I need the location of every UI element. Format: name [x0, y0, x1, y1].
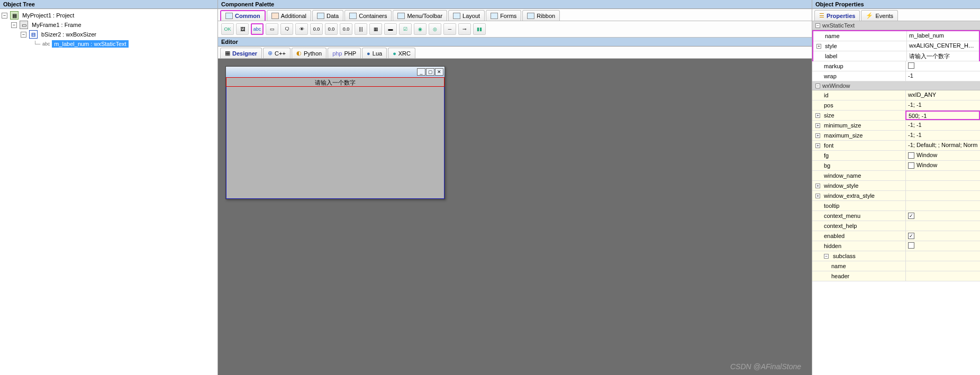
- prop-context-menu[interactable]: context_menu✓: [812, 211, 980, 221]
- sizer-outline: [226, 77, 444, 199]
- prop-enabled[interactable]: enabled✓: [812, 231, 980, 241]
- prop-id[interactable]: idwxID_ANY: [812, 90, 980, 100]
- prop-font[interactable]: +font-1; Default; ; Normal; Norm: [812, 141, 980, 151]
- tree-node-label[interactable]: └─ abc m_label_num : wxStaticText: [2, 39, 216, 49]
- prop-subclass[interactable]: −subclass: [812, 251, 980, 261]
- prop-window-name[interactable]: window_name: [812, 171, 980, 181]
- close-button[interactable]: ✕: [435, 68, 443, 76]
- tab-cpp[interactable]: ⊕C++: [263, 48, 291, 58]
- tab-php[interactable]: phpPHP: [328, 48, 361, 58]
- tab-additional[interactable]: Additional: [267, 10, 311, 21]
- tab-python[interactable]: ◐Python: [292, 48, 326, 58]
- checkbox-unchecked-icon[interactable]: [908, 62, 914, 69]
- tool-12[interactable]: ▬: [384, 23, 397, 35]
- tab-menu[interactable]: Menu/Toolbar: [393, 10, 447, 21]
- tool-16[interactable]: ─: [443, 23, 456, 35]
- expand-icon[interactable]: +: [815, 184, 820, 188]
- tool-6[interactable]: 👁: [295, 23, 308, 35]
- tab-events[interactable]: ⚡Events: [861, 10, 898, 21]
- tree-label-static: m_label_num : wxStaticText: [52, 40, 128, 48]
- prop-window-extra-style[interactable]: +window_extra_style: [812, 191, 980, 201]
- designer-canvas[interactable]: _ ▢ ✕ 请输入一个数字 CSDN @AFinalStone: [218, 59, 812, 375]
- editor-tabs: ▦Designer ⊕C++ ◐Python phpPHP ●Lua ●XRC: [218, 47, 812, 59]
- maximize-button[interactable]: ▢: [426, 68, 434, 76]
- frame-body[interactable]: 请输入一个数字: [226, 77, 444, 199]
- cpp-icon: ⊕: [268, 50, 273, 57]
- tool-9[interactable]: 0.0: [340, 23, 352, 35]
- tree-node-sizer[interactable]: − ⊟ bSizer2 : wxBoxSizer: [2, 30, 216, 39]
- prop-fg[interactable]: fgWindow: [812, 151, 980, 161]
- prop-style[interactable]: +stylewxALIGN_CENTER_HORIZO: [813, 41, 979, 51]
- prop-pos[interactable]: pos-1; -1: [812, 100, 980, 111]
- tool-static-text[interactable]: abc: [251, 23, 264, 35]
- tab-ribbon[interactable]: Ribbon: [522, 10, 560, 21]
- prop-markup[interactable]: markup: [812, 61, 980, 71]
- tool-10[interactable]: |||: [355, 23, 367, 35]
- tab-xrc[interactable]: ●XRC: [388, 48, 415, 58]
- tool-5[interactable]: 🗨: [280, 23, 293, 35]
- tab-containers[interactable]: Containers: [344, 10, 392, 21]
- tool-checkbox[interactable]: ☑: [399, 23, 412, 35]
- layout-icon: [453, 13, 460, 19]
- prop-sub-header[interactable]: header: [812, 271, 980, 281]
- tool-gauge[interactable]: ▮▮: [473, 23, 486, 35]
- expand-icon[interactable]: +: [815, 123, 820, 128]
- expand-icon[interactable]: +: [815, 194, 820, 198]
- collapse-icon[interactable]: −: [824, 254, 829, 259]
- expand-icon[interactable]: +: [815, 143, 820, 148]
- tree-node-frame[interactable]: − ▭ MyFrame1 : Frame: [2, 20, 216, 30]
- tool-15[interactable]: ◎: [429, 23, 441, 35]
- prop-context-help[interactable]: context_help: [812, 221, 980, 231]
- minimize-button[interactable]: _: [417, 68, 425, 76]
- expand-icon[interactable]: +: [815, 113, 820, 118]
- tool-7[interactable]: 0.0: [310, 23, 323, 35]
- prop-sub-name[interactable]: name: [812, 261, 980, 271]
- checkbox-unchecked-icon[interactable]: [908, 242, 914, 249]
- tool-button-ok[interactable]: OK: [221, 23, 234, 35]
- expand-icon[interactable]: +: [816, 44, 821, 49]
- collapse-icon[interactable]: −: [815, 84, 820, 88]
- tool-8[interactable]: 0.0: [325, 23, 338, 35]
- prop-maxsize[interactable]: +maximum_size-1; -1: [812, 131, 980, 141]
- prop-hidden[interactable]: hidden: [812, 241, 980, 251]
- tab-forms[interactable]: Forms: [486, 10, 521, 21]
- watermark: CSDN @AFinalStone: [730, 362, 801, 371]
- tool-textctrl[interactable]: ▭: [266, 23, 278, 35]
- expand-icon[interactable]: −: [21, 32, 26, 38]
- prop-bg[interactable]: bgWindow: [812, 161, 980, 171]
- collapse-icon[interactable]: −: [815, 23, 820, 28]
- color-swatch-icon: [908, 162, 914, 169]
- static-text-icon: abc: [42, 40, 50, 48]
- object-tree-header: Object Tree: [0, 0, 217, 9]
- tab-common[interactable]: Common: [220, 10, 266, 21]
- prop-wrap[interactable]: wrap-1: [812, 71, 980, 81]
- tab-lua[interactable]: ●Lua: [362, 48, 387, 58]
- group-wxstatictext[interactable]: −wxStaticText: [812, 21, 980, 30]
- tool-bitmap[interactable]: 🖼: [236, 23, 249, 35]
- checkbox-checked-icon[interactable]: ✓: [908, 233, 914, 239]
- tab-designer[interactable]: ▦Designer: [220, 48, 262, 58]
- prop-minsize[interactable]: +minimum_size-1; -1: [812, 121, 980, 131]
- expand-icon[interactable]: −: [2, 13, 7, 19]
- prop-window-style[interactable]: +window_style: [812, 181, 980, 191]
- static-text-control[interactable]: 请输入一个数字: [226, 77, 444, 87]
- checkbox-checked-icon[interactable]: ✓: [908, 213, 914, 219]
- tree-node-project[interactable]: − ▦ MyProject1 : Project: [2, 11, 216, 20]
- group-wxwindow[interactable]: −wxWindow: [812, 81, 980, 90]
- tool-slider[interactable]: ⊸: [458, 23, 471, 35]
- prop-name[interactable]: namem_label_num: [813, 31, 979, 41]
- tree-label-project: MyProject1 : Project: [20, 12, 76, 19]
- prop-tooltip[interactable]: tooltip: [812, 201, 980, 211]
- tool-radio[interactable]: ◉: [414, 23, 427, 35]
- data-icon: [317, 13, 324, 19]
- expand-icon[interactable]: −: [11, 22, 17, 28]
- tool-11[interactable]: ▦: [369, 23, 382, 35]
- php-icon: php: [332, 50, 342, 57]
- expand-icon[interactable]: +: [815, 133, 820, 138]
- tab-layout[interactable]: Layout: [448, 10, 485, 21]
- prop-size[interactable]: +size500; -1: [812, 111, 980, 121]
- tab-properties[interactable]: ☰Properties: [814, 10, 860, 21]
- tab-data[interactable]: Data: [312, 10, 343, 21]
- prop-label[interactable]: label请输入一个数字: [813, 51, 979, 61]
- design-frame[interactable]: _ ▢ ✕ 请输入一个数字: [225, 66, 445, 199]
